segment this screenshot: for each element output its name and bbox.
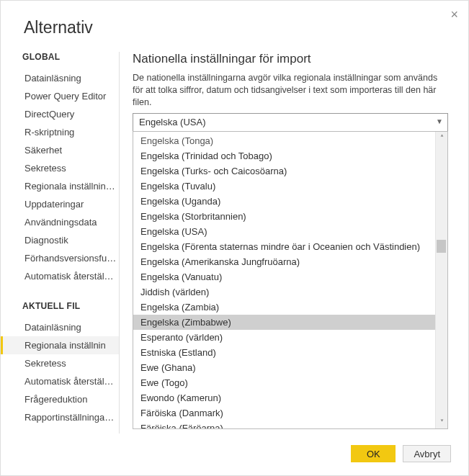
chevron-down-icon: ˅ [440, 418, 444, 426]
ok-button[interactable]: OK [351, 445, 396, 462]
sidebar-item[interactable]: R-skriptning [19, 123, 119, 141]
sidebar-section-header: GLOBAL [22, 52, 119, 62]
locale-option[interactable]: Jiddish (världen) [133, 284, 447, 300]
sidebar-item[interactable]: Datainläsning [19, 69, 119, 87]
sidebar-item[interactable]: Förhandsversionsfu… [19, 249, 119, 267]
sidebar-section-header: AKTUELL FIL [22, 301, 119, 311]
sidebar-item[interactable]: Uppdateringar [19, 195, 119, 213]
sidebar-item[interactable]: Power Query Editor [19, 87, 119, 105]
sidebar-item[interactable]: Datainläsning [19, 318, 119, 336]
locale-option[interactable]: Engelska (Trinidad och Tobago) [133, 148, 447, 163]
sidebar-item[interactable]: Automatisk återstäl… [19, 267, 119, 285]
chevron-down-icon: ▼ [436, 117, 443, 125]
scroll-up-button[interactable]: ˄ [436, 132, 448, 144]
locale-combobox[interactable]: Engelska (USA) ▼ [133, 113, 448, 132]
chevron-up-icon: ˄ [440, 134, 444, 142]
locale-option[interactable]: Engelska (Förenta staternas mindre öar i… [133, 239, 447, 254]
locale-listbox[interactable]: Engelska (Tonga)Engelska (Trinidad och T… [133, 131, 448, 429]
locale-option[interactable]: Engelska (Tonga) [133, 133, 447, 148]
locale-option[interactable]: Engelska (Turks- och Caicosöarna) [133, 163, 447, 179]
locale-option[interactable]: Ewe (Ghana) [133, 360, 447, 375]
locale-option[interactable]: Engelska (USA) [133, 224, 447, 239]
sidebar-item[interactable]: Automatisk återstäl… [19, 372, 119, 390]
section-heading: Nationella inställningar för import [133, 52, 448, 66]
combobox-value: Engelska (USA) [139, 117, 205, 127]
dialog-footer: OK Avbryt [351, 445, 451, 462]
locale-option[interactable]: Färöiska (Färöarna) [133, 421, 447, 429]
close-icon: × [450, 7, 458, 22]
locale-option[interactable]: Esperanto (världen) [133, 330, 447, 345]
cancel-button[interactable]: Avbryt [403, 445, 451, 462]
dialog-title: Alternativ [1, 1, 468, 52]
locale-option[interactable]: Engelska (Amerikanska Jungfruöarna) [133, 254, 447, 269]
sidebar-item[interactable]: DirectQuery [19, 105, 119, 123]
locale-option[interactable]: Engelska (Uganda) [133, 194, 447, 209]
locale-option[interactable]: Engelska (Zambia) [133, 300, 447, 315]
main-panel: Nationella inställningar för import De n… [120, 52, 468, 434]
locale-option[interactable]: Estniska (Estland) [133, 345, 447, 360]
close-button[interactable]: × [450, 8, 458, 21]
sidebar-item[interactable]: Användningsdata [19, 213, 119, 231]
locale-option[interactable]: Ewondo (Kamerun) [133, 390, 447, 405]
scroll-down-button[interactable]: ˅ [436, 416, 448, 428]
sidebar-item[interactable]: Sekretess [19, 354, 119, 372]
dialog-body: GLOBALDatainläsningPower Query EditorDir… [1, 52, 468, 434]
locale-option[interactable]: Engelska (Zimbabwe) [133, 315, 447, 330]
locale-option[interactable]: Engelska (Tuvalu) [133, 179, 447, 194]
locale-option[interactable]: Engelska (Vanuatu) [133, 269, 447, 284]
sidebar-item[interactable]: Rapportinställninga… [19, 408, 119, 426]
locale-option[interactable]: Färöiska (Danmark) [133, 405, 447, 421]
sidebar-item[interactable]: Regionala inställnin [1, 336, 119, 354]
sidebar-item[interactable]: Diagnostik [19, 231, 119, 249]
sidebar-item[interactable]: Regionala inställnin… [19, 177, 119, 195]
section-description: De nationella inställningarna avgör vilk… [133, 72, 448, 109]
sidebar-item[interactable]: Frågereduktion [19, 390, 119, 408]
scrollbar-track[interactable]: ˄ ˅ [435, 132, 447, 428]
options-dialog: × Alternativ GLOBALDatainläsningPower Qu… [0, 0, 469, 476]
locale-option[interactable]: Ewe (Togo) [133, 375, 447, 390]
sidebar-item[interactable]: Säkerhet [19, 141, 119, 159]
scroll-thumb[interactable] [437, 240, 446, 253]
sidebar: GLOBALDatainläsningPower Query EditorDir… [1, 52, 120, 434]
locale-option[interactable]: Engelska (Storbritannien) [133, 209, 447, 224]
sidebar-item[interactable]: Sekretess [19, 159, 119, 177]
